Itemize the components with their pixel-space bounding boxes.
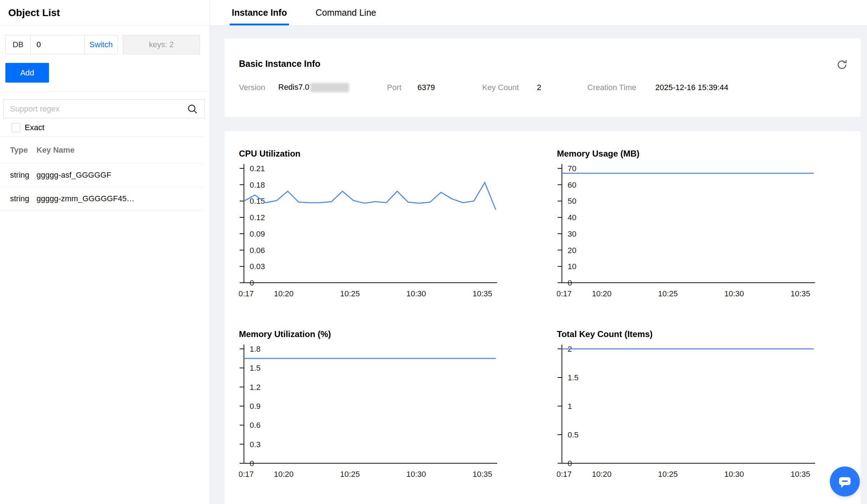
basic-info-title: Basic Instance Info [239,38,846,69]
db-index-input[interactable] [31,35,84,54]
db-switch-button[interactable]: Switch [84,35,117,54]
monitoring-charts-card: CPU Utilization 00.030.060.090.120.150.1… [225,131,861,504]
basic-info-fields: Version Redis7.0 Port 6379 Key Count 2 C… [239,83,846,92]
chart-cpu-utilization: CPU Utilization 00.030.060.090.120.150.1… [225,148,543,305]
app-root: Object List DB Switch keys: 2 Add [0,0,867,504]
charts-grid: CPU Utilization 00.030.060.090.120.150.1… [225,148,861,486]
svg-text:10:20: 10:20 [592,289,612,298]
db-controls: DB Switch keys: 2 Add [0,26,210,83]
creation-time-value: 2025-12-16 15:39:44 [655,83,728,92]
sidebar-divider [0,91,210,92]
creation-time-label: Creation Time [587,83,655,92]
field-port: Port 6379 [387,83,482,92]
db-group: DB Switch [5,35,118,54]
key-count-label: Key Count [482,83,537,92]
svg-text:0.3: 0.3 [250,440,261,449]
refresh-icon[interactable] [836,59,848,70]
svg-text:40: 40 [568,213,576,222]
svg-text:0.03: 0.03 [250,262,265,271]
svg-text:10:30: 10:30 [406,289,426,298]
svg-text:0.6: 0.6 [250,421,261,430]
key-search-box [3,99,205,118]
add-key-button[interactable]: Add [5,63,49,83]
exact-match-row: Exact [11,123,210,132]
svg-text:10:35: 10:35 [472,470,492,479]
svg-text:0.9: 0.9 [250,402,261,411]
svg-text:0.06: 0.06 [250,246,265,255]
table-row[interactable]: string ggggg-zmm_GGGGGF45… [0,187,202,211]
key-name: ggggg-zmm_GGGGGF45… [36,194,202,203]
sidebar-header: Object List [0,0,210,26]
keys-count-box: keys: 2 [123,35,200,54]
page-title: Object List [8,7,60,19]
key-table: Type Key Name string ggggg-asf_GGGGGF st… [0,137,202,211]
svg-text:10:17: 10:17 [239,289,254,298]
cpu-utilization-chart: 00.030.060.090.120.150.180.2110:1710:201… [239,163,511,304]
exact-label: Exact [25,123,44,132]
chat-icon [837,474,852,489]
key-type: string [0,171,36,180]
svg-text:50: 50 [568,197,576,206]
svg-text:1: 1 [568,402,572,411]
redacted-text [310,83,349,92]
svg-text:10:17: 10:17 [239,470,254,479]
svg-text:10:17: 10:17 [557,470,572,479]
field-creation-time: Creation Time 2025-12-16 15:39:44 [587,83,728,92]
svg-text:10:25: 10:25 [340,289,360,298]
svg-text:10:35: 10:35 [472,289,492,298]
svg-text:10:30: 10:30 [724,289,744,298]
svg-text:0.15: 0.15 [250,197,265,206]
svg-text:10:20: 10:20 [274,470,294,479]
search-input[interactable] [4,100,186,118]
svg-text:10:30: 10:30 [724,470,744,479]
svg-text:1.5: 1.5 [250,364,261,372]
svg-text:10:25: 10:25 [658,289,678,298]
memory-usage-chart: 01020304050607010:1710:2010:2510:3010:35 [557,163,829,304]
svg-text:30: 30 [568,229,576,238]
svg-text:0.18: 0.18 [250,181,265,189]
search-icon[interactable] [186,103,199,115]
object-list-panel: Object List DB Switch keys: 2 Add [0,0,210,504]
tab-bar: Instance Info Command Line [210,0,867,26]
version-label: Version [239,83,278,92]
chart-memory-utilization: Memory Utilization (%) 00.30.60.91.21.51… [225,329,543,486]
chart-total-key-count: Total Key Count (Items) 00.511.5210:1710… [543,329,861,486]
key-table-header: Type Key Name [0,137,202,163]
total-key-count-chart: 00.511.5210:1710:2010:2510:3010:35 [557,343,829,484]
svg-text:0: 0 [568,278,572,287]
svg-text:1.2: 1.2 [250,383,261,392]
chart-memory-usage: Memory Usage (MB) 01020304050607010:1710… [543,148,861,305]
chart-title: CPU Utilization [239,148,543,159]
basic-instance-info-card: Basic Instance Info Version Redis7.0 Por… [225,38,861,117]
svg-text:10: 10 [568,262,576,271]
svg-text:0.5: 0.5 [568,430,579,439]
chart-title: Memory Utilization (%) [239,329,543,340]
chat-fab[interactable] [830,466,860,496]
memory-utilization-chart: 00.30.60.91.21.51.810:1710:2010:2510:301… [239,343,511,484]
svg-text:10:25: 10:25 [340,470,360,479]
svg-text:10:20: 10:20 [274,289,294,298]
db-row: DB Switch keys: 2 [5,35,202,54]
exact-checkbox[interactable] [11,123,20,132]
svg-text:10:30: 10:30 [406,470,426,479]
svg-text:10:20: 10:20 [592,470,612,479]
field-version: Version Redis7.0 [239,83,387,92]
svg-text:1.8: 1.8 [250,345,261,354]
main-panel: Instance Info Command Line Basic Instanc… [210,0,867,504]
tab-command-line[interactable]: Command Line [315,0,376,25]
version-value: Redis7.0 [278,83,349,92]
svg-text:0.21: 0.21 [250,164,265,173]
port-label: Port [387,83,417,92]
chart-title: Total Key Count (Items) [557,329,861,340]
svg-text:0: 0 [250,278,254,287]
table-row[interactable]: string ggggg-asf_GGGGGF [0,163,202,187]
main-content: Basic Instance Info Version Redis7.0 Por… [210,26,867,504]
tab-instance-info[interactable]: Instance Info [232,0,287,25]
column-header-key-name: Key Name [36,145,202,155]
svg-text:0.09: 0.09 [250,229,265,238]
field-key-count: Key Count 2 [482,83,587,92]
column-header-type: Type [0,145,36,155]
chart-title: Memory Usage (MB) [557,148,861,159]
svg-text:10:35: 10:35 [790,470,810,479]
svg-text:10:17: 10:17 [557,289,572,298]
